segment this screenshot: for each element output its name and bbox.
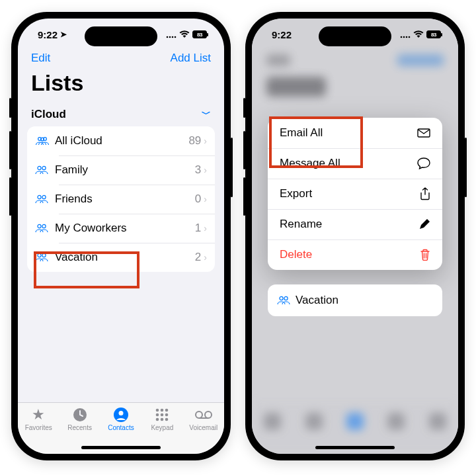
svg-point-21 <box>156 413 159 417</box>
svg-point-8 <box>42 166 46 169</box>
people-icon <box>35 165 55 175</box>
svg-point-7 <box>38 166 41 169</box>
page-title: Lists <box>18 69 224 105</box>
dynamic-island <box>319 26 391 46</box>
add-list-button[interactable]: Add List <box>171 52 211 65</box>
svg-point-17 <box>118 411 123 415</box>
signal-icon <box>166 31 177 38</box>
tab-favorites[interactable]: ★ Favorites <box>19 407 58 431</box>
menu-label: Message All <box>280 157 340 170</box>
phone-left: 9:22 ➤ 83 Edit Add List Lists iCloud ﹀ <box>11 12 231 460</box>
share-icon <box>420 187 430 200</box>
context-menu: Email All Message All Export Rename <box>268 118 442 270</box>
menu-delete[interactable]: Delete <box>268 239 442 270</box>
menu-rename[interactable]: Rename <box>268 209 442 239</box>
speech-bubble-icon <box>417 157 430 169</box>
tab-voicemail[interactable]: Voicemail <box>184 407 223 431</box>
svg-point-2 <box>172 36 174 38</box>
section-header-icloud[interactable]: iCloud ﹀ <box>18 105 224 126</box>
list-count: 0 <box>195 193 201 206</box>
svg-point-14 <box>42 253 46 257</box>
menu-label: Delete <box>280 248 312 261</box>
svg-point-9 <box>38 195 41 198</box>
tab-recents[interactable]: Recents <box>61 407 99 431</box>
list-label: Family <box>55 163 195 177</box>
tab-contacts[interactable]: Contacts <box>102 407 140 431</box>
svg-point-26 <box>165 418 169 421</box>
people-icon <box>35 194 55 204</box>
people-icon <box>277 296 290 305</box>
battery-icon: 83 <box>192 30 207 38</box>
tab-keypad[interactable]: Keypad <box>143 407 181 431</box>
screen-context-menu: 9:22 83 <box>252 19 458 454</box>
svg-point-28 <box>205 411 212 418</box>
selected-list-label: Vacation <box>296 294 338 307</box>
nav-bar: Edit Add List <box>18 50 224 69</box>
svg-point-31 <box>403 36 405 38</box>
svg-point-13 <box>38 253 41 257</box>
tab-label: Contacts <box>108 424 134 431</box>
envelope-icon <box>417 128 430 138</box>
tab-label: Favorites <box>25 424 52 431</box>
chevron-right-icon: › <box>204 136 207 146</box>
chevron-right-icon: › <box>204 223 207 234</box>
status-time: 9:22 <box>272 29 292 40</box>
svg-point-32 <box>406 36 408 38</box>
tab-label: Voicemail <box>189 424 218 431</box>
menu-label: Rename <box>280 218 322 231</box>
svg-point-10 <box>42 195 46 198</box>
svg-point-33 <box>409 36 411 38</box>
list-row-my-coworkers[interactable]: My Coworkers 1 › <box>27 214 215 243</box>
keypad-icon <box>155 407 169 423</box>
signal-icon <box>400 31 411 38</box>
battery-icon: 83 <box>426 30 441 38</box>
trash-icon <box>420 249 430 261</box>
svg-point-23 <box>165 413 169 417</box>
svg-point-12 <box>42 224 46 228</box>
home-indicator[interactable] <box>81 446 161 449</box>
svg-point-24 <box>156 418 159 421</box>
list-row-all-icloud[interactable]: All iCloud 89 › <box>27 126 215 155</box>
selected-list-row[interactable]: Vacation <box>268 284 442 316</box>
svg-point-25 <box>161 418 164 421</box>
screen-lists: 9:22 ➤ 83 Edit Add List Lists iCloud ﹀ <box>18 19 224 454</box>
list-label: My Coworkers <box>55 222 195 235</box>
wifi-icon <box>413 30 424 38</box>
voicemail-icon <box>194 407 213 423</box>
chevron-right-icon: › <box>204 252 207 263</box>
menu-label: Export <box>280 187 312 200</box>
list-label: All iCloud <box>55 134 188 148</box>
contact-icon <box>113 407 129 423</box>
list-count: 3 <box>195 163 201 177</box>
dynamic-island <box>85 26 157 46</box>
menu-label: Email All <box>280 126 323 140</box>
people-icon <box>35 136 55 146</box>
list-label: Friends <box>55 193 195 206</box>
location-icon: ➤ <box>60 30 67 39</box>
menu-email-all[interactable]: Email All <box>268 118 442 148</box>
svg-point-3 <box>175 36 177 38</box>
list-row-vacation[interactable]: Vacation 2 › <box>27 243 215 272</box>
svg-point-20 <box>165 409 169 412</box>
status-time: 9:22 <box>38 29 58 40</box>
tab-label: Recents <box>67 424 92 431</box>
list-row-family[interactable]: Family 3 › <box>27 155 215 185</box>
pencil-icon <box>418 218 430 230</box>
list-count: 89 <box>188 134 201 148</box>
edit-button[interactable]: Edit <box>31 52 50 65</box>
menu-message-all[interactable]: Message All <box>268 148 442 179</box>
phone-right: 9:22 83 <box>245 12 465 460</box>
chevron-down-icon: ﹀ <box>202 108 211 120</box>
svg-point-11 <box>38 224 41 228</box>
svg-point-0 <box>167 36 169 38</box>
home-indicator[interactable] <box>315 446 395 449</box>
list-row-friends[interactable]: Friends 0 › <box>27 185 215 214</box>
lists-card: All iCloud 89 › Family 3 › Friends 0 › <box>27 126 215 272</box>
svg-point-1 <box>169 36 171 38</box>
svg-point-36 <box>284 296 288 300</box>
menu-export[interactable]: Export <box>268 179 442 209</box>
people-icon <box>35 253 55 262</box>
section-label: iCloud <box>31 108 66 121</box>
svg-point-30 <box>401 36 403 38</box>
tab-bar: ★ Favorites Recents Contacts Keypad <box>18 402 224 454</box>
